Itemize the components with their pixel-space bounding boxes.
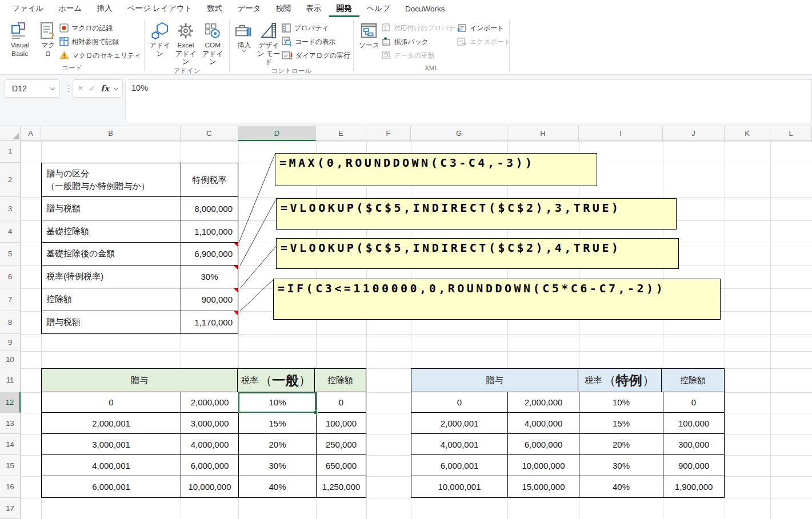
insert-controls-button[interactable]: 挿入	[233, 19, 255, 51]
deduction-header[interactable]: 控除額	[662, 369, 724, 392]
deduction-header[interactable]: 控除額	[315, 369, 366, 392]
tab-docuworks[interactable]: DocuWorks	[398, 0, 453, 17]
name-box[interactable]: D12	[5, 79, 60, 98]
design-mode-button[interactable]: デザイン モード	[255, 19, 282, 66]
general-table-cell[interactable]: 6,000,001	[42, 476, 181, 497]
row-header-16[interactable]: 16	[0, 476, 21, 498]
xml-source-button[interactable]: ソース	[357, 19, 382, 50]
cell-B4[interactable]: 基礎控除額	[42, 220, 181, 242]
special-table-cell[interactable]: 15,000,000	[508, 476, 579, 497]
cell-C5[interactable]: 6,900,000	[181, 243, 238, 265]
rate-header[interactable]: 税率（一般）	[238, 369, 315, 392]
special-table-cell[interactable]: 4,000,000	[508, 413, 579, 433]
special-table-cell[interactable]: 15%	[579, 413, 663, 433]
general-table-cell[interactable]: 4,000,001	[42, 455, 181, 476]
cancel-icon[interactable]: ×	[78, 83, 83, 94]
tab-help[interactable]: ヘルプ	[359, 0, 398, 17]
column-header-D[interactable]: D	[238, 126, 316, 141]
properties-button[interactable]: プロパティ	[282, 22, 350, 35]
special-table-cell[interactable]: 10,000,000	[508, 455, 579, 476]
general-table-cell[interactable]: 15%	[239, 413, 317, 433]
row-header-8[interactable]: 8	[0, 311, 21, 334]
row-header-5[interactable]: 5	[0, 243, 21, 265]
cell-C3[interactable]: 8,000,000	[181, 197, 238, 220]
gift-range-header[interactable]: 贈与	[411, 369, 578, 392]
general-table-cell[interactable]: 650,000	[317, 455, 366, 476]
excel-addins-button[interactable]: Excel アドイン	[172, 19, 199, 66]
visual-basic-button[interactable]: Visual Basic	[3, 19, 37, 58]
column-header-H[interactable]: H	[507, 126, 579, 141]
general-table-cell[interactable]: 10,000,000	[181, 476, 239, 497]
special-table-cell[interactable]: 1,900,000	[663, 476, 724, 497]
row-header-17[interactable]: 17	[0, 498, 21, 519]
cell-B7[interactable]: 控除額	[42, 288, 181, 311]
row-header-10[interactable]: 10	[0, 351, 21, 368]
tab-review[interactable]: 校閲	[269, 0, 299, 17]
special-table-cell[interactable]: 0	[663, 392, 724, 412]
cell-C7[interactable]: 900,000	[181, 288, 238, 311]
cell-C6[interactable]: 30%	[181, 265, 238, 288]
special-table-cell[interactable]: 900,000	[663, 455, 724, 476]
tab-view[interactable]: 表示	[299, 0, 329, 17]
general-table-cell[interactable]: 1,250,000	[317, 476, 366, 497]
tab-formulas[interactable]: 数式	[199, 0, 230, 17]
special-table-cell[interactable]: 20%	[579, 434, 663, 454]
macros-button[interactable]: マクロ	[37, 19, 59, 58]
tab-insert[interactable]: 挿入	[89, 0, 119, 17]
relative-references-button[interactable]: 相対参照で記録	[59, 35, 141, 49]
cell-C4[interactable]: 1,100,000	[181, 220, 238, 242]
gift-range-header[interactable]: 贈与	[42, 369, 238, 392]
expansion-packs-button[interactable]: 拡張パック	[382, 35, 457, 49]
cell-B5[interactable]: 基礎控除後の金額	[42, 243, 181, 265]
general-table-cell[interactable]: 0	[42, 392, 181, 412]
macro-security-button[interactable]: マクロのセキュリティ	[59, 49, 141, 63]
formula-input[interactable]: 10%	[125, 79, 812, 123]
column-header-K[interactable]: K	[725, 126, 770, 141]
general-table-cell[interactable]: 20%	[239, 434, 317, 454]
column-header-I[interactable]: I	[579, 126, 663, 141]
rate-header[interactable]: 税率（特例）	[578, 369, 662, 392]
special-table-cell[interactable]: 0	[411, 392, 508, 412]
column-header-A[interactable]: A	[21, 126, 41, 141]
column-header-B[interactable]: B	[41, 126, 181, 141]
general-table-cell[interactable]: 2,000,000	[181, 392, 239, 412]
row-header-11[interactable]: 11	[0, 368, 21, 392]
addins-button[interactable]: アドイン	[147, 19, 172, 58]
general-table-cell[interactable]: 4,000,000	[181, 434, 239, 454]
run-dialog-button[interactable]: ダイアログの実行	[282, 49, 350, 63]
column-header-C[interactable]: C	[181, 126, 238, 141]
general-table-cell[interactable]: 250,000	[317, 434, 366, 454]
worksheet[interactable]: ABCDEFGHIJKL 1234567891011121314151617 贈…	[0, 126, 812, 519]
record-macro-button[interactable]: マクロの記録	[59, 22, 141, 35]
active-cell-selection[interactable]	[238, 392, 316, 413]
formula-bar-grip[interactable]: ⋮	[65, 83, 73, 94]
special-table-cell[interactable]: 10,000,001	[411, 476, 508, 497]
cell-C2[interactable]: 特例税率	[181, 163, 238, 196]
special-table-cell[interactable]: 10%	[579, 392, 663, 412]
special-table-cell[interactable]: 40%	[579, 476, 663, 497]
cell-C8[interactable]: 1,170,000	[181, 311, 238, 333]
insert-function-icon[interactable]: fx	[101, 83, 109, 94]
special-table-cell[interactable]: 100,000	[663, 413, 724, 433]
cell-B3[interactable]: 贈与税額	[42, 197, 181, 220]
special-table-cell[interactable]: 6,000,001	[411, 455, 508, 476]
special-table-cell[interactable]: 300,000	[663, 434, 724, 454]
com-addins-button[interactable]: COM アドイン	[199, 19, 226, 66]
column-header-E[interactable]: E	[316, 126, 366, 141]
row-header-2[interactable]: 2	[0, 163, 21, 197]
tab-data[interactable]: データ	[230, 0, 268, 17]
general-table-cell[interactable]: 0	[317, 392, 366, 412]
fill-handle[interactable]	[314, 411, 318, 415]
column-header-L[interactable]: L	[770, 126, 812, 141]
general-table-cell[interactable]: 40%	[239, 476, 317, 497]
enter-icon[interactable]: ✓	[89, 83, 96, 94]
tab-developer[interactable]: 開発	[329, 0, 359, 17]
general-table-cell[interactable]: 30%	[239, 455, 317, 476]
general-table-cell[interactable]: 100,000	[317, 413, 366, 433]
row-header-15[interactable]: 15	[0, 455, 21, 476]
import-button[interactable]: インポート	[457, 22, 506, 35]
column-header-F[interactable]: F	[366, 126, 411, 141]
general-table-cell[interactable]: 3,000,000	[181, 413, 239, 433]
tab-file[interactable]: ファイル	[5, 0, 51, 17]
row-header-4[interactable]: 4	[0, 220, 21, 243]
